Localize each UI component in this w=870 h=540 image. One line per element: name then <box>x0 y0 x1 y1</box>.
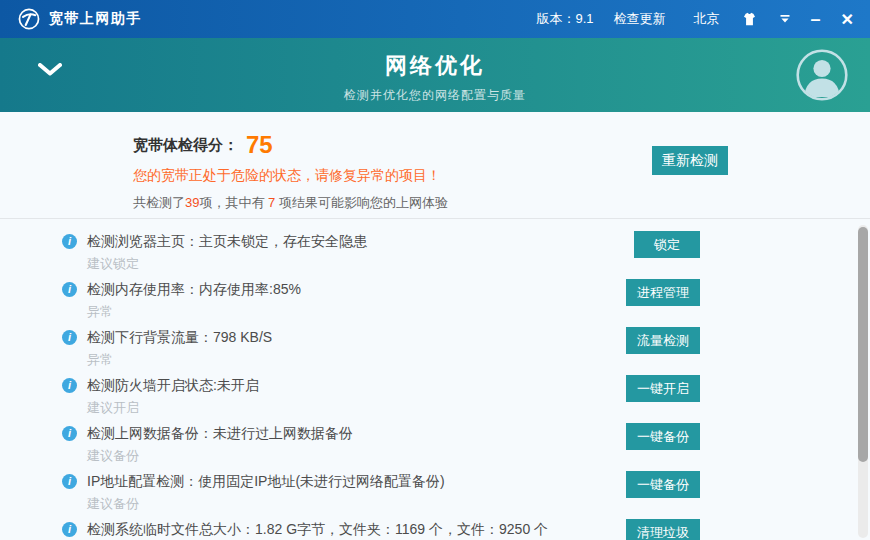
item-action-button[interactable]: 进程管理 <box>626 279 700 306</box>
item-note: 建议开启 <box>87 397 870 419</box>
score-label: 宽带体检得分： <box>133 136 238 153</box>
item-title: 检测下行背景流量：798 KB/S <box>87 326 272 349</box>
item-action-button[interactable]: 一键备份 <box>626 423 700 450</box>
app-title: 宽带上网助手 <box>49 10 142 28</box>
summary-mid: 项，其中有 <box>199 195 268 210</box>
city-label[interactable]: 北京 <box>694 10 720 28</box>
score-value: 75 <box>246 131 273 158</box>
item-title: 检测上网数据备份：未进行过上网数据备份 <box>87 422 353 445</box>
page-subtitle: 检测并优化您的网络配置与质量 <box>0 87 870 104</box>
check-list-item: i 检测防火墙开启状态:未开启 建议开启 一键开启 <box>0 372 870 420</box>
summary-suffix: 项结果可能影响您的上网体验 <box>275 195 448 210</box>
item-note: 异常 <box>87 349 870 371</box>
check-list-item: i 检测系统临时文件总大小：1.82 G字节，文件夹：1169 个，文件：925… <box>0 516 870 540</box>
check-list-item: i IP地址配置检测：使用固定IP地址(未进行过网络配置备份) 建议备份 一键备… <box>0 468 870 516</box>
score-summary: 共检测了39项，其中有 7 项结果可能影响您的上网体验 <box>133 194 870 212</box>
check-list-item: i 检测内存使用率：内存使用率:85% 异常 进程管理 <box>0 276 870 324</box>
item-note: 异常 <box>87 301 870 323</box>
info-icon: i <box>62 282 77 297</box>
info-icon: i <box>62 330 77 345</box>
info-icon: i <box>62 474 77 489</box>
check-update-link[interactable]: 检查更新 <box>614 10 666 28</box>
summary-total-count: 39 <box>185 195 199 210</box>
titlebar: 宽带上网助手 版本：9.1 检查更新 北京 – ✕ <box>0 0 870 38</box>
user-avatar[interactable] <box>796 49 848 101</box>
item-action-button[interactable]: 一键备份 <box>626 471 700 498</box>
score-warning: 您的宽带正处于危险的状态，请修复异常的项目！ <box>133 167 870 185</box>
scrollbar-thumb[interactable] <box>858 227 868 462</box>
page-title: 网络优化 <box>0 38 870 81</box>
skin-tshirt-icon[interactable] <box>740 12 759 27</box>
item-title: 检测防火墙开启状态:未开启 <box>87 374 259 397</box>
minimize-button[interactable]: – <box>811 14 821 24</box>
item-action-button[interactable]: 锁定 <box>634 231 700 258</box>
close-button[interactable]: ✕ <box>841 10 854 29</box>
check-list-item: i 检测上网数据备份：未进行过上网数据备份 建议备份 一键备份 <box>0 420 870 468</box>
item-action-button[interactable]: 一键开启 <box>626 375 700 402</box>
version-label: 版本：9.1 <box>537 10 594 28</box>
check-list-item: i 检测下行背景流量：798 KB/S 异常 流量检测 <box>0 324 870 372</box>
item-action-button[interactable]: 流量检测 <box>626 327 700 354</box>
info-icon: i <box>62 378 77 393</box>
item-title: 检测系统临时文件总大小：1.82 G字节，文件夹：1169 个，文件：9250 … <box>87 518 548 540</box>
item-action-button[interactable]: 清理垃圾 <box>626 519 700 540</box>
item-note: 建议锁定 <box>87 253 870 275</box>
check-list: i 检测浏览器主页：主页未锁定，存在安全隐患 建议锁定 锁定 i 检测内存使用率… <box>0 219 870 540</box>
info-icon: i <box>62 522 77 537</box>
score-section: 宽带体检得分：75 您的宽带正处于危险的状态，请修复异常的项目！ 共检测了39项… <box>0 112 870 218</box>
info-icon: i <box>62 426 77 441</box>
main-menu-chevron-icon[interactable] <box>779 14 791 24</box>
app-window: 宽带上网助手 版本：9.1 检查更新 北京 – ✕ <box>0 0 870 540</box>
summary-prefix: 共检测了 <box>133 195 185 210</box>
check-list-item: i 检测浏览器主页：主页未锁定，存在安全隐患 建议锁定 锁定 <box>0 228 870 276</box>
item-title: IP地址配置检测：使用固定IP地址(未进行过网络配置备份) <box>87 470 445 493</box>
collapse-chevron-icon[interactable] <box>38 62 62 80</box>
page-header: 网络优化 检测并优化您的网络配置与质量 <box>0 38 870 112</box>
item-note: 建议备份 <box>87 445 870 467</box>
app-logo-icon <box>18 8 40 30</box>
item-note: 建议备份 <box>87 493 870 515</box>
item-title: 检测内存使用率：内存使用率:85% <box>87 278 301 301</box>
recheck-button[interactable]: 重新检测 <box>652 146 728 175</box>
info-icon: i <box>62 234 77 249</box>
scrollbar-track[interactable] <box>858 225 868 538</box>
item-title: 检测浏览器主页：主页未锁定，存在安全隐患 <box>87 230 367 253</box>
